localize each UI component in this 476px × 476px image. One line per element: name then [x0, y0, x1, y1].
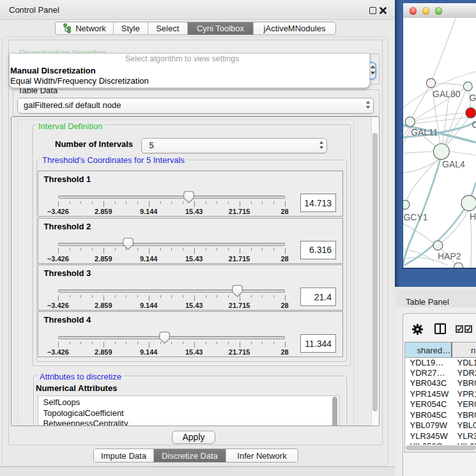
svg-text:HAP2: HAP2: [438, 251, 461, 261]
svg-text:HI: HI: [470, 211, 476, 222]
svg-text:GAL80: GAL80: [433, 89, 461, 99]
svg-text:GAL2: GAL2: [470, 93, 476, 103]
svg-text:GAL4: GAL4: [442, 159, 465, 169]
svg-text:CD: CD: [472, 119, 476, 130]
svg-text:GAL11: GAL11: [411, 127, 438, 137]
svg-text:GCY1: GCY1: [403, 212, 427, 222]
